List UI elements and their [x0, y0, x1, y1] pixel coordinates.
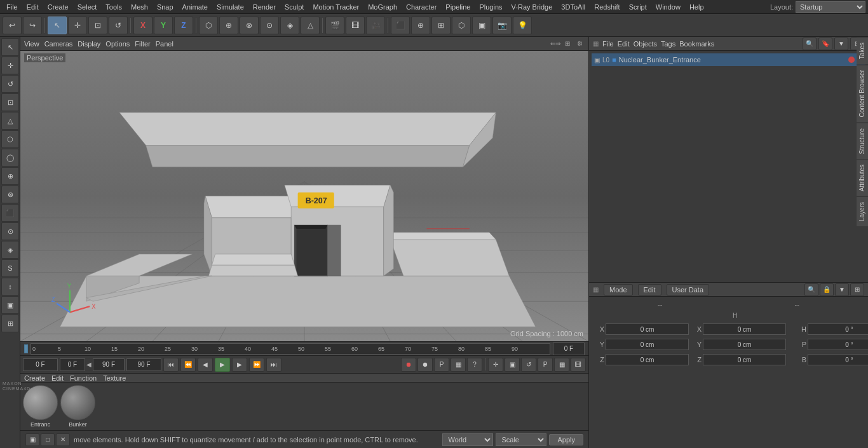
material-item-1[interactable]: Bunker [60, 385, 95, 428]
menu-edit[interactable]: Edit [23, 2, 43, 12]
step-back-button[interactable]: ⏪ [180, 358, 196, 372]
menu-mograph[interactable]: MoGraph [364, 2, 401, 12]
left-tool-4[interactable]: ⊡ [1, 93, 19, 111]
attr-y2-field[interactable] [703, 339, 786, 350]
step-next-button[interactable]: ▶ [232, 358, 247, 372]
left-tool-6[interactable]: ⬡ [1, 130, 19, 148]
attr-edit-btn[interactable]: Edit [638, 284, 661, 295]
object-tool-5[interactable]: ◈ [280, 17, 299, 34]
obj-bookmark-icon[interactable]: 🔖 [818, 37, 832, 50]
apply-button[interactable]: Apply [549, 434, 583, 445]
menu-3dtoall[interactable]: 3DToAll [557, 2, 589, 12]
viewport-btn-3[interactable]: ⊞ [431, 17, 451, 34]
obj-search-icon[interactable]: 🔍 [803, 37, 817, 50]
playback-grid[interactable]: ▦ [451, 358, 466, 372]
select-tool-button[interactable]: ↖ [48, 17, 67, 34]
render-btn-3[interactable]: 🎥 [366, 17, 385, 34]
left-tool-11[interactable]: ⊙ [1, 222, 19, 240]
menu-render[interactable]: Render [249, 2, 280, 12]
playback-end-field1[interactable]: 90 F [93, 358, 125, 371]
vp-menu-filter[interactable]: Filter [135, 40, 150, 48]
menu-select[interactable]: Select [74, 2, 101, 12]
material-item-0[interactable]: Entranc [23, 385, 58, 428]
vp-menu-cameras[interactable]: Cameras [44, 40, 73, 48]
attr-x2-field[interactable] [703, 323, 786, 335]
obj-menu-objects[interactable]: Objects [634, 40, 657, 48]
left-tool-10[interactable]: ⬛ [1, 204, 19, 222]
play-button[interactable]: ▶ [215, 358, 230, 372]
left-tool-9[interactable]: ⊗ [1, 186, 19, 203]
menu-plugins[interactable]: Plugins [475, 2, 506, 12]
scale-tool-button[interactable]: ⊡ [88, 17, 107, 34]
menu-simulate[interactable]: Simulate [213, 2, 248, 12]
obj-down-icon[interactable]: ▼ [834, 37, 848, 50]
left-tool-16[interactable]: ⊞ [1, 315, 19, 332]
attr-mode-btn[interactable]: Mode [604, 284, 633, 295]
menu-sculpt[interactable]: Sculpt [281, 2, 308, 12]
x-axis-button[interactable]: X [133, 17, 153, 34]
mat-menu-function[interactable]: Function [70, 374, 97, 382]
viewport-btn-1[interactable]: ⬛ [391, 17, 410, 34]
viewport-btn-4[interactable]: ⬡ [452, 17, 471, 34]
go-start-button[interactable]: ⏮ [163, 358, 179, 372]
world-select[interactable]: World [442, 433, 493, 446]
menu-help[interactable]: Help [686, 2, 708, 12]
vp-menu-display[interactable]: Display [78, 40, 100, 48]
frame-display-input[interactable] [553, 343, 585, 355]
object-tool-6[interactable]: △ [301, 17, 320, 34]
menu-pipeline[interactable]: Pipeline [442, 2, 474, 12]
left-tool-1[interactable]: ↖ [1, 38, 19, 56]
left-tool-12[interactable]: ◈ [1, 241, 19, 259]
viewport-btn-5[interactable]: ▣ [472, 17, 491, 34]
left-tool-5[interactable]: △ [1, 112, 19, 130]
playback-help[interactable]: ? [467, 358, 482, 372]
status-icon-3[interactable]: ✕ [56, 433, 70, 446]
obj-menu-bookmarks[interactable]: Bookmarks [679, 40, 714, 48]
rotate-tool-button[interactable]: ↺ [109, 17, 128, 34]
status-icon-1[interactable]: ▣ [25, 433, 39, 446]
step-prev-button[interactable]: ◀ [198, 358, 213, 372]
attr-search-icon[interactable]: 🔍 [804, 283, 818, 296]
left-tool-14[interactable]: ↕ [1, 278, 19, 295]
playback-pivot[interactable]: P [538, 358, 553, 372]
menu-file[interactable]: File [3, 2, 22, 12]
object-tool-1[interactable]: ⬡ [199, 17, 218, 34]
obj-row-bunker[interactable]: ▣ L0 ■ Nuclear_Bunker_Entrance [592, 53, 865, 66]
autokey-button[interactable]: ⏺ [417, 358, 433, 372]
playback-prev-field[interactable] [60, 358, 85, 371]
scale-select[interactable]: Scale [496, 433, 546, 446]
object-tool-3[interactable]: ⊗ [240, 17, 259, 34]
attr-down-icon[interactable]: ▼ [835, 283, 849, 296]
playback-film[interactable]: 🎞 [571, 358, 586, 372]
move-tool-button[interactable]: ✛ [68, 17, 87, 34]
attr-h-field[interactable] [808, 323, 868, 335]
viewport-3d[interactable]: B-207 X Y Z Perspective [20, 51, 588, 341]
attr-x-field[interactable] [606, 323, 689, 335]
attr-z2-field[interactable] [703, 354, 786, 365]
playback-settings[interactable]: P [434, 358, 449, 372]
menu-tools[interactable]: Tools [102, 2, 126, 12]
menu-motion-tracker[interactable]: Motion Tracker [309, 2, 363, 12]
playback-move[interactable]: ✛ [488, 358, 503, 372]
vp-menu-panel[interactable]: Panel [156, 40, 173, 48]
viewport-btn-2[interactable]: ⊕ [411, 17, 430, 34]
record-button[interactable]: ⏺ [401, 358, 416, 372]
go-end-button[interactable]: ⏭ [266, 358, 281, 372]
tab-layers[interactable]: Layers [857, 196, 868, 226]
left-tool-13[interactable]: S [1, 259, 19, 277]
object-tool-4[interactable]: ⊙ [260, 17, 279, 34]
obj-menu-file[interactable]: File [602, 40, 614, 48]
left-tool-3[interactable]: ↺ [1, 75, 19, 93]
playback-grid2[interactable]: ▦ [554, 358, 569, 372]
menu-animate[interactable]: Animate [179, 2, 212, 12]
layout-select[interactable]: Startup [796, 1, 865, 13]
attr-z-field[interactable] [606, 354, 689, 365]
menu-redshift[interactable]: Redshift [590, 2, 623, 12]
tab-attributes[interactable]: Attributes [857, 159, 868, 196]
mat-menu-create[interactable]: Create [24, 374, 45, 382]
mat-menu-edit[interactable]: Edit [51, 374, 64, 382]
menu-mesh[interactable]: Mesh [127, 2, 152, 12]
menu-vray[interactable]: V-Ray Bridge [508, 2, 557, 12]
menu-snap[interactable]: Snap [153, 2, 177, 12]
playback-select-box[interactable]: ▣ [505, 358, 520, 372]
